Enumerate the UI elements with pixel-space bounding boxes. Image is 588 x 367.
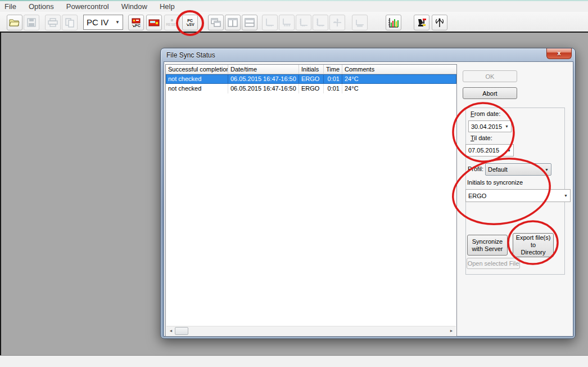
cell-time: 0:01	[324, 74, 342, 84]
axis-ticks-both-button[interactable]	[313, 15, 328, 30]
til-date-combo[interactable]: 07.05.2015 ▼	[465, 144, 514, 156]
list-header-row: Successful completion. Date/time Initial…	[166, 65, 456, 74]
print-button[interactable]	[45, 15, 61, 30]
cell-comments: 24°C	[342, 84, 456, 93]
tile-vertical-icon	[228, 18, 238, 27]
antenna-button[interactable]	[432, 15, 447, 30]
dialog-client: Successful completion. Date/time Initial…	[164, 61, 573, 337]
menu-options[interactable]: Options	[29, 2, 54, 11]
cell-initials: ERGO	[299, 74, 324, 84]
til-date-label: Til date:	[471, 135, 492, 141]
profil-combo[interactable]: Default ▼	[485, 163, 551, 176]
pc-sv-label-top: PC	[187, 19, 193, 23]
ergometer-button[interactable]	[414, 15, 429, 30]
export-button-line2: Directory	[521, 249, 545, 256]
axis-ticks-both-icon	[315, 17, 326, 28]
column-header-datetime[interactable]: Date/time	[228, 65, 299, 74]
export-files-to-directory-button[interactable]: Export file(s) to Directory	[513, 233, 554, 257]
bar-chart-icon	[388, 17, 399, 28]
cascade-windows-icon	[211, 18, 221, 27]
device-selector[interactable]: PC IV ▼	[83, 15, 123, 30]
scrollbar-thumb[interactable]	[175, 327, 188, 335]
profil-label: Profil:	[468, 165, 483, 172]
til-date-value: 07.05.2015	[468, 147, 499, 154]
cell-initials: ERGO	[299, 84, 324, 93]
abort-button[interactable]: Abort	[463, 87, 517, 99]
ergometer-bike-icon	[416, 17, 427, 28]
transfer-to-pc-button[interactable]: ↘PC	[128, 15, 144, 30]
copy-button[interactable]	[62, 15, 78, 30]
menu-bar: File Options Powercontrol Window Help	[0, 1, 588, 12]
profil-value: Default	[488, 166, 508, 173]
open-file-button[interactable]	[7, 15, 22, 30]
initials-combo[interactable]: ERGO ▼	[465, 189, 571, 202]
menu-window[interactable]: Window	[121, 2, 147, 11]
column-header-comments[interactable]: Comments	[342, 65, 456, 74]
tile-horizontal-button[interactable]	[242, 15, 257, 30]
dropdown-arrow-icon: ▼	[507, 149, 511, 153]
export-button-line1: Export file(s) to	[513, 234, 553, 249]
file-sync-status-dialog: File Sync Status x Successful completion…	[160, 48, 576, 339]
cell-time: 0:01	[324, 84, 342, 93]
column-header-initials[interactable]: Initials	[299, 65, 324, 74]
axis-base-icon	[354, 17, 365, 28]
pc-sv-label-bottom: ↘SV	[186, 23, 194, 26]
save-icon	[27, 18, 36, 27]
copy-icon	[65, 18, 74, 28]
axis-base-button[interactable]	[352, 15, 368, 30]
antenna-icon	[434, 17, 445, 28]
menu-help[interactable]: Help	[160, 2, 175, 11]
scroll-right-icon[interactable]: ►	[447, 326, 456, 335]
cell-datetime: 06.05.2015 16:47-16:50	[228, 84, 299, 93]
close-icon: x	[557, 50, 560, 56]
from-date-combo[interactable]: 30.04.2015 ▼	[468, 120, 512, 132]
toolbar: PC IV ▼ ↘PC RESET PC ↘SV	[0, 12, 588, 33]
axis-ticks-x-button[interactable]	[279, 15, 295, 30]
cell-completion: not checked	[166, 84, 228, 93]
horizontal-scrollbar[interactable]: ◄ ►	[166, 326, 456, 335]
cell-completion: not checked	[166, 74, 228, 84]
ok-button[interactable]: OK	[463, 70, 517, 82]
tile-horizontal-icon	[245, 18, 255, 27]
sync-button-line1: Syncronize	[472, 238, 503, 245]
column-header-time[interactable]: Time	[324, 65, 342, 74]
initials-value: ERGO	[468, 193, 486, 199]
sync-file-list: Successful completion. Date/time Initial…	[165, 64, 457, 337]
close-button[interactable]: x	[546, 48, 572, 59]
chart-button[interactable]	[386, 15, 401, 30]
axis-cross-button[interactable]	[329, 15, 345, 30]
axis-ticks-y-icon	[298, 17, 309, 28]
menu-file[interactable]: File	[4, 2, 16, 11]
abort-button-label: Abort	[482, 90, 497, 97]
open-folder-icon	[9, 18, 20, 27]
pc-to-server-sync-button[interactable]: PC ↘SV	[182, 15, 198, 30]
from-date-label: From date:	[471, 110, 500, 117]
syncronize-with-server-button[interactable]: Syncronize with Server	[467, 235, 508, 256]
axis-plain-icon	[264, 17, 275, 28]
device-selector-value: PC IV	[87, 17, 108, 27]
tile-vertical-button[interactable]	[225, 15, 241, 30]
cascade-windows-button[interactable]	[208, 15, 224, 30]
reset-button[interactable]: RESET	[164, 15, 180, 30]
dropdown-arrow-icon: ▼	[115, 20, 120, 25]
reset-icon	[171, 19, 173, 21]
dropdown-arrow-icon: ▼	[545, 168, 549, 172]
sync-button-line2: with Server	[472, 245, 503, 253]
axis-ticks-y-button[interactable]	[296, 15, 311, 30]
open-selected-label: Open selected File	[468, 260, 519, 267]
status-bar	[0, 355, 588, 367]
device-button[interactable]	[146, 15, 162, 30]
menu-powercontrol[interactable]: Powercontrol	[66, 2, 109, 11]
table-row[interactable]: not checked 06.05.2015 16:47-16:50 ERGO …	[166, 84, 456, 93]
column-header-completion[interactable]: Successful completion.	[166, 65, 228, 74]
from-date-value: 30.04.2015	[471, 123, 502, 130]
open-selected-file-button[interactable]: Open selected File	[467, 258, 520, 269]
axis-plain-button[interactable]	[262, 15, 278, 30]
dialog-title: File Sync Status	[166, 51, 215, 59]
print-icon	[48, 18, 58, 27]
table-row[interactable]: not checked 06.05.2015 16:47-16:50 ERGO …	[166, 74, 456, 84]
initials-to-sync-label: Initials to syncronize	[467, 179, 523, 186]
save-button[interactable]	[24, 15, 39, 30]
scroll-left-icon[interactable]: ◄	[166, 326, 175, 335]
application-window: File Options Powercontrol Window Help	[0, 0, 588, 367]
